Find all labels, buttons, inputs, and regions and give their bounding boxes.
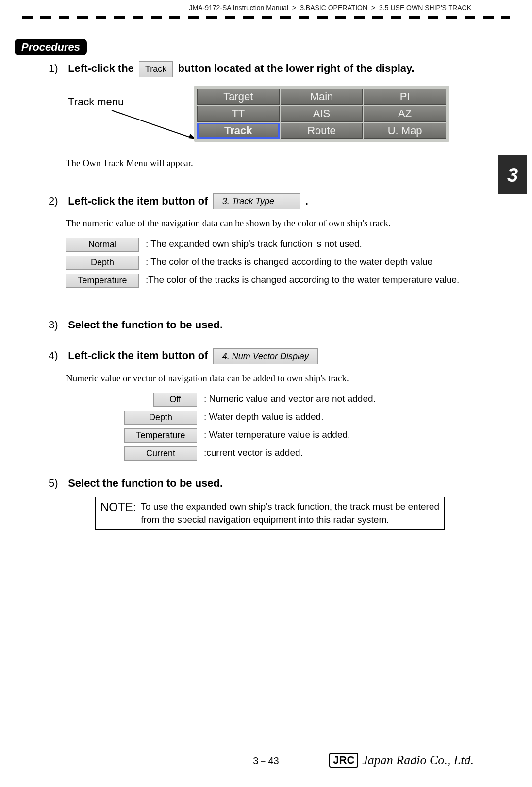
chapter-title: 3.BASIC OPERATION — [300, 4, 367, 12]
step-result: The numeric value of the navigation data… — [66, 218, 474, 229]
breadcrumb-sep: > — [371, 4, 375, 12]
option-row: Current :current vector is added. — [95, 446, 474, 461]
step-result: The Own Track Menu will appear. — [66, 158, 474, 169]
breadcrumb-sep: > — [292, 4, 296, 12]
num-vector-display-button[interactable]: 4. Num Vector Display — [213, 348, 318, 364]
step-number: 3) — [49, 317, 65, 333]
svg-line-0 — [112, 110, 197, 139]
step-result: Numeric value or vector of navigation da… — [66, 373, 474, 384]
note-box: NOTE: To use the expanded own ship's tra… — [95, 497, 445, 530]
step-1: 1) Left-click the Track button located a… — [49, 60, 474, 169]
option-desc: : Water depth value is added. — [204, 411, 474, 424]
off-button[interactable]: Off — [153, 393, 197, 407]
procedures-badge: Procedures — [15, 39, 87, 55]
step-text: Select the function to be used. — [68, 477, 223, 489]
step-number: 4) — [49, 347, 65, 363]
track-menu-figure: Track menu Target Main PI TT AIS AZ — [49, 86, 474, 149]
option-row: Normal : The expanded own ship's track f… — [66, 238, 474, 252]
option-row: Temperature : Water temperature value is… — [95, 428, 474, 443]
menu-tt[interactable]: TT — [197, 106, 280, 122]
menu-ais[interactable]: AIS — [281, 106, 363, 122]
option-row: Depth : Water depth value is added. — [95, 411, 474, 425]
step-number: 5) — [49, 475, 65, 491]
option-desc: : The color of the tracks is changed acc… — [146, 256, 474, 269]
section-title: 3.5 USE OWN SHIP'S TRACK — [379, 4, 471, 12]
menu-route[interactable]: Route — [281, 123, 363, 139]
menu-pi[interactable]: PI — [364, 89, 446, 105]
temperature-button[interactable]: Temperature — [66, 274, 139, 288]
step-5: 5) Select the function to be used. NOTE:… — [49, 475, 474, 530]
track-type-button[interactable]: 3. Track Type — [213, 193, 300, 209]
footer: 3－43 JRC Japan Radio Co., Ltd. — [0, 754, 532, 768]
option-row: Temperature :The color of the tracks is … — [66, 274, 474, 288]
step-number: 2) — [49, 193, 65, 209]
step-number: 1) — [49, 60, 65, 76]
dashed-divider — [22, 16, 510, 19]
jrc-logo-text: Japan Radio Co., Ltd. — [362, 753, 474, 768]
step-text: . — [305, 195, 308, 207]
breadcrumb: JMA-9172-SA Instruction Manual > 3.BASIC… — [0, 0, 532, 12]
step-text: Left-click the item button of — [68, 195, 211, 207]
step-2: 2) Left-click the item button of 3. Trac… — [49, 193, 474, 288]
normal-button[interactable]: Normal — [66, 238, 139, 252]
menu-track[interactable]: Track — [197, 123, 280, 139]
note-text: To use the expanded own ship's track fun… — [141, 500, 439, 526]
option-row: Depth : The color of the tracks is chang… — [66, 256, 474, 270]
page-number: 3－43 — [253, 755, 279, 766]
option-row: Off : Numeric value and vector are not a… — [95, 393, 474, 407]
manual-title: JMA-9172-SA Instruction Manual — [189, 4, 289, 12]
step-4: 4) Left-click the item button of 4. Num … — [49, 347, 474, 461]
logo-area: JRC Japan Radio Co., Ltd. — [329, 753, 474, 768]
temperature-button-2[interactable]: Temperature — [124, 428, 197, 443]
depth-button-2[interactable]: Depth — [124, 411, 197, 425]
option-desc: : Numeric value and vector are not added… — [204, 393, 474, 406]
option-desc: : The expanded own ship's track function… — [146, 238, 474, 251]
menu-target[interactable]: Target — [197, 89, 280, 105]
depth-button[interactable]: Depth — [66, 256, 139, 270]
step-text: button located at the lower right of the… — [178, 62, 414, 74]
menu-umap[interactable]: U. Map — [364, 123, 446, 139]
step-text: Left-click the — [68, 62, 134, 74]
step-text: Left-click the item button of — [68, 349, 211, 361]
option-desc: :The color of the tracks is changed acco… — [146, 274, 474, 287]
jrc-logo-badge: JRC — [329, 753, 358, 768]
option-desc: : Water temperature value is added. — [204, 428, 474, 442]
note-label: NOTE: — [100, 500, 136, 526]
current-button[interactable]: Current — [124, 446, 197, 461]
step-text: Select the function to be used. — [68, 319, 223, 331]
menu-main[interactable]: Main — [281, 89, 363, 105]
menu-az[interactable]: AZ — [364, 106, 446, 122]
step-3: 3) Select the function to be used. — [49, 317, 474, 333]
track-menu-panel: Target Main PI TT AIS AZ Track Route U. … — [194, 86, 449, 142]
track-button[interactable]: Track — [139, 61, 173, 77]
option-desc: :current vector is added. — [204, 446, 474, 460]
arrow-icon — [107, 105, 204, 144]
